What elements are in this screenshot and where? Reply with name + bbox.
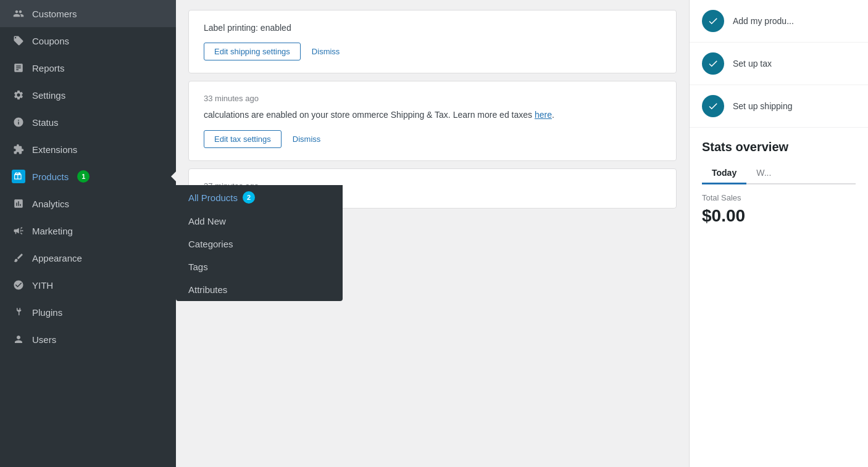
sidebar: Customers Coupons Reports Settings Statu… — [0, 0, 176, 467]
checklist-label-add-products: Add my produ... — [733, 16, 794, 26]
sidebar-item-plugins[interactable]: Plugins — [0, 299, 176, 326]
stats-overview: Stats overview Today W... Total Sales $0… — [690, 128, 868, 238]
sidebar-item-status[interactable]: Status — [0, 109, 176, 136]
plug-icon — [11, 305, 26, 320]
submenu-attributes-label: Attributes — [188, 284, 227, 295]
dismiss-tax-button[interactable]: Dismiss — [288, 130, 326, 148]
people-icon — [11, 6, 26, 21]
total-sales-label: Total Sales — [702, 193, 856, 202]
sidebar-item-customers-label: Customers — [32, 9, 77, 19]
tax-card: 33 minutes ago calculations are enabled … — [188, 81, 677, 161]
paint-icon — [11, 250, 26, 265]
tax-settings-body: calculations are enabled on your store o… — [204, 108, 661, 122]
sidebar-item-analytics[interactable]: Analytics — [0, 190, 176, 217]
total-sales-value: $0.00 — [702, 206, 856, 226]
stats-title: Stats overview — [702, 140, 856, 154]
status-icon — [11, 115, 26, 130]
check-circle-setup-tax — [702, 52, 724, 75]
sidebar-item-status-label: Status — [32, 117, 59, 128]
checklist-label-setup-tax: Set up tax — [733, 59, 772, 68]
products-badge: 1 — [77, 170, 90, 183]
user-icon — [11, 332, 26, 347]
chart-icon — [11, 60, 26, 75]
sidebar-item-marketing[interactable]: Marketing — [0, 217, 176, 244]
puzzle-icon — [11, 142, 26, 157]
tax-here-link[interactable]: here — [535, 110, 552, 120]
sidebar-item-coupons-label: Coupons — [32, 36, 69, 46]
sidebar-item-settings-label: Settings — [32, 90, 65, 101]
products-submenu: All Products 2 Add New Categories Tags A… — [176, 185, 343, 301]
submenu-item-all-products[interactable]: All Products 2 — [176, 185, 343, 210]
sidebar-item-yith[interactable]: YITH — [0, 271, 176, 299]
check-circle-add-products — [702, 10, 724, 32]
shipping-card-actions: Edit shipping settings Dismiss — [204, 43, 661, 60]
sidebar-item-reports[interactable]: Reports — [0, 54, 176, 81]
products-icon — [11, 169, 26, 184]
checklist-label-setup-shipping: Set up shipping — [733, 101, 793, 111]
sidebar-item-customers[interactable]: Customers — [0, 0, 176, 27]
tax-card-timestamp: 33 minutes ago — [204, 94, 661, 103]
sidebar-item-marketing-label: Marketing — [32, 226, 73, 236]
label-printing-text: Label printing: enabled — [204, 23, 661, 33]
tax-text-period: . — [552, 110, 554, 120]
sidebar-item-appearance[interactable]: Appearance — [0, 244, 176, 271]
submenu-item-add-new[interactable]: Add New — [176, 210, 343, 233]
submenu-tags-label: Tags — [188, 262, 208, 272]
submenu-item-attributes[interactable]: Attributes — [176, 278, 343, 301]
submenu-item-tags[interactable]: Tags — [176, 255, 343, 278]
megaphone-icon — [11, 223, 26, 238]
tag-icon — [11, 33, 26, 48]
sidebar-item-products[interactable]: Products 1 — [0, 163, 176, 190]
sidebar-item-appearance-label: Appearance — [32, 253, 82, 263]
stats-tab-week[interactable]: W... — [746, 163, 781, 184]
sidebar-item-plugins-label: Plugins — [32, 307, 62, 318]
submenu-add-new-label: Add New — [188, 216, 226, 226]
sidebar-item-products-label: Products — [32, 172, 69, 182]
analytics-icon — [11, 196, 26, 211]
dismiss-shipping-button[interactable]: Dismiss — [307, 43, 345, 60]
submenu-all-products-label: All Products — [188, 192, 238, 203]
tax-card-actions: Edit tax settings Dismiss — [204, 130, 661, 148]
right-panel: Add my produ... Set up tax Set up shippi… — [689, 0, 868, 467]
sidebar-item-coupons[interactable]: Coupons — [0, 27, 176, 54]
checklist-item-setup-shipping: Set up shipping — [690, 85, 868, 128]
edit-shipping-button[interactable]: Edit shipping settings — [204, 43, 301, 60]
checklist: Add my produ... Set up tax Set up shippi… — [690, 0, 868, 128]
checklist-item-add-products: Add my produ... — [690, 0, 868, 43]
submenu-categories-label: Categories — [188, 239, 233, 249]
sidebar-item-extensions-label: Extensions — [32, 144, 77, 155]
shipping-card: Label printing: enabled Edit shipping se… — [188, 10, 677, 73]
sidebar-item-analytics-label: Analytics — [32, 199, 69, 209]
check-circle-setup-shipping — [702, 95, 724, 117]
submenu-item-categories[interactable]: Categories — [176, 233, 343, 255]
edit-tax-button[interactable]: Edit tax settings — [204, 130, 282, 148]
sidebar-item-reports-label: Reports — [32, 63, 65, 73]
sidebar-item-yith-label: YITH — [32, 280, 53, 291]
sidebar-item-users-label: Users — [32, 334, 56, 345]
all-products-badge: 2 — [243, 191, 255, 204]
yith-icon — [11, 278, 26, 292]
submenu-arrow — [171, 172, 176, 181]
stats-tab-today[interactable]: Today — [702, 163, 746, 184]
stats-tabs: Today W... — [702, 163, 856, 184]
sidebar-item-settings[interactable]: Settings — [0, 81, 176, 109]
checklist-item-setup-tax: Set up tax — [690, 43, 868, 85]
sidebar-item-extensions[interactable]: Extensions — [0, 136, 176, 163]
sidebar-item-users[interactable]: Users — [0, 326, 176, 353]
tax-text-part1: calculations are enabled on your store o… — [204, 110, 535, 120]
gear-icon — [11, 88, 26, 102]
